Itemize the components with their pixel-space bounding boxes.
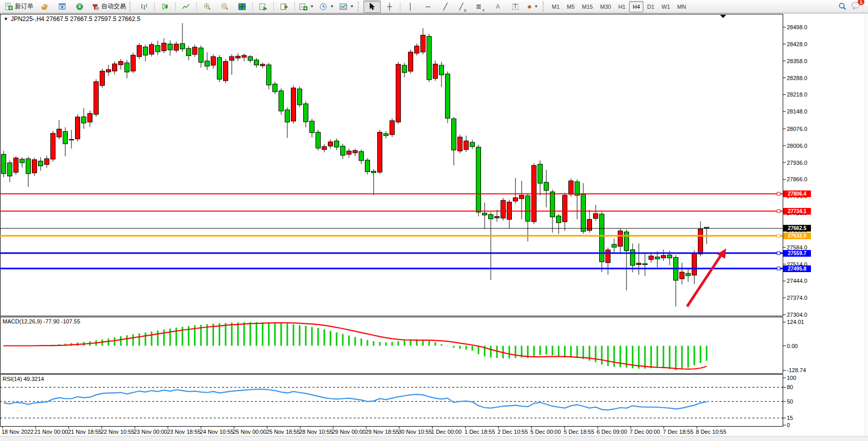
rsi-scale-label: 80 xyxy=(787,384,793,390)
candle-body xyxy=(365,160,370,172)
candle-body xyxy=(698,229,703,254)
candle-body xyxy=(439,65,444,75)
time-axis-label: 5 Dec 00:00 xyxy=(530,429,561,435)
candle-body xyxy=(686,273,691,276)
candle-body xyxy=(649,256,654,260)
candle xyxy=(76,114,80,141)
candle xyxy=(100,69,105,88)
rsi-scale-label: 50 xyxy=(787,398,793,405)
price-chart[interactable] xyxy=(0,0,868,441)
candle-body xyxy=(156,46,160,52)
candle-body xyxy=(372,171,376,173)
candle-body xyxy=(187,48,191,55)
candle-body xyxy=(45,159,49,164)
chart-collapse-icon[interactable]: ▼ xyxy=(4,16,8,22)
candle xyxy=(224,59,228,83)
candle-body xyxy=(328,142,333,146)
candle-body xyxy=(57,129,62,137)
candle-body xyxy=(32,160,37,173)
line-anchor[interactable] xyxy=(777,252,780,255)
candle-body xyxy=(384,133,389,136)
candle-body xyxy=(489,215,493,219)
candle-body xyxy=(180,44,185,49)
candle-body xyxy=(347,151,352,155)
rsi-panel-border xyxy=(1,375,783,427)
candle-body xyxy=(606,250,611,263)
candle-body xyxy=(415,46,419,53)
rsi-scale-label: 100 xyxy=(787,375,796,381)
candle xyxy=(131,53,136,73)
time-axis-label: 23 Nov 18:55 xyxy=(167,429,200,435)
candle-body xyxy=(76,117,80,139)
candle-body xyxy=(581,195,586,232)
candle-body xyxy=(14,158,19,172)
candle-body xyxy=(594,214,598,218)
candle xyxy=(458,135,463,154)
candle-body xyxy=(353,150,358,153)
candle-body xyxy=(396,64,401,122)
chart-title: JPN225-,H4 27667.5 27667.5 27597.5 27662… xyxy=(11,15,140,23)
candle-body xyxy=(637,263,641,265)
chart-title-bar[interactable]: ▼ JPN225-,H4 27667.5 27667.5 27597.5 276… xyxy=(4,15,140,23)
candle-body xyxy=(211,56,216,65)
time-axis-label: 1 Dec 00:00 xyxy=(431,429,461,435)
candle-body xyxy=(661,256,666,258)
candle xyxy=(378,130,382,174)
candle xyxy=(137,43,142,59)
candle-body xyxy=(335,141,339,147)
candle-body xyxy=(476,147,481,213)
candle xyxy=(316,130,321,150)
line-anchor[interactable] xyxy=(777,234,780,237)
candle-body xyxy=(427,36,432,80)
line-anchor[interactable] xyxy=(777,267,780,270)
candle-body xyxy=(587,219,592,231)
candle-body xyxy=(26,159,31,174)
candle-body xyxy=(267,65,271,85)
price-tick-label: 28076.0 xyxy=(787,126,807,132)
time-axis-label: 21 Nov 00:00 xyxy=(34,429,68,435)
time-axis-label: 6 Dec 09:00 xyxy=(597,429,627,435)
candle-body xyxy=(20,159,25,163)
candle-body xyxy=(433,64,438,79)
candle-body xyxy=(526,196,530,221)
candle-body xyxy=(279,91,284,111)
candle xyxy=(94,79,99,117)
candle-body xyxy=(316,132,321,148)
price-tick-label: 28498.0 xyxy=(787,24,807,30)
candle xyxy=(2,151,6,178)
candle-body xyxy=(69,140,74,140)
macd-scale-label: -128.74 xyxy=(787,367,806,373)
line-anchor[interactable] xyxy=(777,209,780,213)
candle-body xyxy=(39,161,43,166)
candle-body xyxy=(612,244,617,247)
main-panel-border xyxy=(1,14,783,316)
candle-body xyxy=(304,104,308,122)
candle xyxy=(217,55,222,82)
candle-body xyxy=(538,164,543,183)
candle-body xyxy=(680,272,685,279)
candle-body xyxy=(341,146,345,156)
candle-body xyxy=(618,231,623,246)
time-axis-label: 1 Dec 18:55 xyxy=(465,429,495,435)
candle xyxy=(476,145,481,217)
time-axis-label: 22 Nov 10:55 xyxy=(101,429,134,435)
time-axis-label: 29 Nov 18:55 xyxy=(365,429,399,435)
price-tag: 27559.7 xyxy=(783,250,811,257)
candle-body xyxy=(501,200,506,218)
candle-body xyxy=(550,192,555,217)
candle-body xyxy=(137,46,142,57)
candle-body xyxy=(261,64,265,66)
candle-body xyxy=(199,48,204,62)
candle-body xyxy=(557,216,561,223)
line-anchor[interactable] xyxy=(777,192,780,195)
candle xyxy=(298,86,302,107)
candle-body xyxy=(63,131,68,144)
rsi-label: RSI(14) 49.3214 xyxy=(3,376,44,382)
candle-body xyxy=(273,84,278,92)
time-axis-label: 28 Nov 10:55 xyxy=(299,429,333,435)
candle-body xyxy=(205,61,210,66)
time-axis-label: 29 Nov 00:00 xyxy=(332,429,365,435)
time-axis-label: 25 Nov 00:00 xyxy=(233,429,266,435)
candle-body xyxy=(655,257,660,259)
candle-body xyxy=(520,195,524,199)
